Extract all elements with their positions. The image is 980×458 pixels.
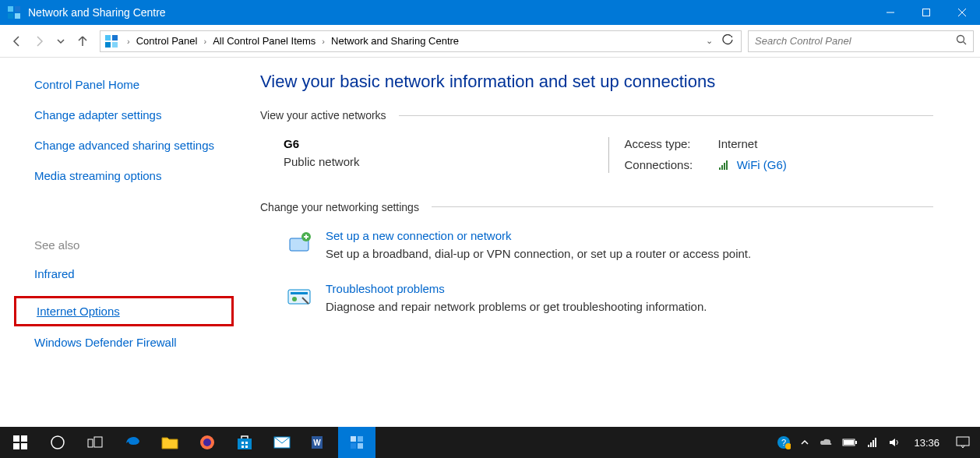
svg-rect-33 bbox=[241, 442, 244, 444]
svg-rect-29 bbox=[94, 437, 102, 447]
search-box[interactable] bbox=[748, 30, 974, 52]
connection-link[interactable]: WiFi (G6) bbox=[737, 158, 787, 171]
troubleshoot-icon bbox=[284, 282, 315, 313]
network-sharing-icon bbox=[6, 5, 22, 20]
breadcrumb-item[interactable]: Network and Sharing Centre bbox=[330, 35, 460, 47]
system-tray: ? 13:36 bbox=[772, 427, 978, 458]
access-type-value: Internet bbox=[718, 137, 934, 150]
troubleshoot-item: Troubleshoot problems Diagnose and repai… bbox=[260, 282, 933, 313]
chevron-down-icon[interactable]: ⌄ bbox=[701, 36, 717, 46]
svg-rect-51 bbox=[870, 442, 872, 447]
svg-rect-16 bbox=[724, 163, 725, 170]
refresh-button[interactable] bbox=[717, 34, 738, 48]
recent-locations-button[interactable] bbox=[50, 30, 72, 52]
seealso-link-defender-firewall[interactable]: Windows Defender Firewall bbox=[34, 334, 218, 351]
page-heading: View your basic network information and … bbox=[260, 72, 933, 92]
control-panel-task-icon[interactable] bbox=[338, 427, 375, 458]
chevron-right-icon[interactable]: › bbox=[317, 37, 330, 46]
minimize-button[interactable] bbox=[872, 0, 908, 25]
tray-volume-icon[interactable] bbox=[884, 427, 906, 458]
svg-rect-9 bbox=[112, 35, 118, 41]
svg-rect-52 bbox=[872, 440, 874, 447]
active-network: G6 Public network Access type: Internet … bbox=[260, 137, 933, 173]
svg-rect-25 bbox=[13, 443, 19, 449]
task-view-button[interactable] bbox=[76, 427, 114, 458]
network-category: Public network bbox=[284, 155, 593, 168]
titlebar: Network and Sharing Centre bbox=[0, 0, 980, 25]
back-button[interactable] bbox=[6, 30, 28, 52]
svg-line-13 bbox=[964, 42, 967, 45]
change-settings-label: Change your networking settings bbox=[260, 201, 419, 213]
svg-rect-5 bbox=[923, 9, 930, 16]
sidebar-link-advanced-sharing[interactable]: Change advanced sharing settings bbox=[34, 137, 218, 153]
sidebar-link-media-streaming[interactable]: Media streaming options bbox=[34, 167, 218, 184]
edge-icon[interactable] bbox=[114, 427, 151, 458]
svg-rect-0 bbox=[8, 6, 13, 12]
svg-rect-24 bbox=[21, 435, 27, 442]
chevron-right-icon[interactable]: › bbox=[122, 37, 135, 46]
svg-rect-36 bbox=[245, 446, 248, 448]
sidebar: Control Panel Home Change adapter settin… bbox=[0, 58, 234, 427]
seealso-link-internet-options[interactable]: Internet Options bbox=[37, 303, 225, 319]
svg-point-27 bbox=[51, 436, 64, 449]
tray-wifi-icon[interactable] bbox=[862, 427, 884, 458]
seealso-link-infrared[interactable]: Infrared bbox=[34, 266, 218, 282]
close-button[interactable] bbox=[944, 0, 980, 25]
svg-rect-48 bbox=[855, 441, 857, 444]
cortana-button[interactable] bbox=[39, 427, 76, 458]
divider bbox=[399, 115, 933, 116]
svg-rect-35 bbox=[241, 446, 244, 448]
breadcrumb-item[interactable]: Control Panel bbox=[135, 35, 199, 47]
svg-rect-1 bbox=[15, 6, 20, 12]
svg-rect-2 bbox=[8, 13, 13, 19]
network-name: G6 bbox=[284, 137, 593, 150]
main-pane: View your basic network information and … bbox=[234, 58, 980, 427]
firefox-icon[interactable] bbox=[189, 427, 226, 458]
search-icon[interactable] bbox=[956, 34, 967, 48]
svg-rect-10 bbox=[105, 42, 111, 48]
file-explorer-icon[interactable] bbox=[151, 427, 189, 458]
breadcrumb[interactable]: › Control Panel › All Control Panel Item… bbox=[100, 30, 742, 52]
svg-rect-15 bbox=[721, 165, 723, 170]
connections-label: Connections: bbox=[625, 158, 718, 173]
tray-battery-icon[interactable] bbox=[837, 427, 862, 458]
tray-onedrive-icon[interactable] bbox=[814, 427, 837, 458]
svg-rect-53 bbox=[875, 438, 876, 447]
tray-help-icon[interactable]: ? bbox=[772, 427, 795, 458]
sidebar-link-home[interactable]: Control Panel Home bbox=[34, 76, 218, 93]
mail-icon[interactable] bbox=[263, 427, 301, 458]
svg-rect-17 bbox=[726, 160, 728, 170]
svg-text:W: W bbox=[313, 439, 321, 447]
control-panel-icon bbox=[104, 33, 119, 49]
access-type-label: Access type: bbox=[625, 137, 718, 150]
highlight-box: Internet Options bbox=[14, 296, 234, 326]
action-center-icon[interactable] bbox=[947, 436, 978, 449]
svg-rect-43 bbox=[358, 443, 363, 449]
sidebar-link-adapter[interactable]: Change adapter settings bbox=[34, 107, 218, 123]
svg-rect-3 bbox=[15, 13, 20, 19]
word-icon[interactable]: W bbox=[301, 427, 338, 458]
troubleshoot-link[interactable]: Troubleshoot problems bbox=[326, 282, 445, 295]
store-icon[interactable] bbox=[226, 427, 263, 458]
setup-connection-desc: Set up a broadband, dial-up or VPN conne… bbox=[326, 247, 751, 260]
tray-chevron-up-icon[interactable] bbox=[795, 427, 814, 458]
svg-rect-34 bbox=[245, 442, 248, 444]
chevron-right-icon[interactable]: › bbox=[199, 37, 211, 46]
taskbar-clock[interactable]: 13:36 bbox=[906, 437, 947, 449]
forward-button[interactable] bbox=[28, 30, 50, 52]
wifi-signal-icon bbox=[718, 160, 731, 173]
start-button[interactable] bbox=[2, 427, 39, 458]
navbar: › Control Panel › All Control Panel Item… bbox=[0, 25, 980, 58]
svg-rect-42 bbox=[351, 443, 356, 449]
svg-rect-54 bbox=[957, 437, 969, 446]
up-button[interactable] bbox=[72, 30, 93, 52]
maximize-button[interactable] bbox=[908, 0, 944, 25]
search-input[interactable] bbox=[755, 35, 956, 47]
svg-rect-14 bbox=[719, 167, 721, 170]
active-networks-label: View your active networks bbox=[260, 109, 386, 122]
svg-rect-8 bbox=[105, 35, 111, 41]
breadcrumb-item[interactable]: All Control Panel Items bbox=[211, 35, 317, 47]
svg-point-22 bbox=[292, 297, 297, 301]
setup-connection-link[interactable]: Set up a new connection or network bbox=[326, 229, 511, 242]
troubleshoot-desc: Diagnose and repair network problems or … bbox=[326, 300, 707, 313]
